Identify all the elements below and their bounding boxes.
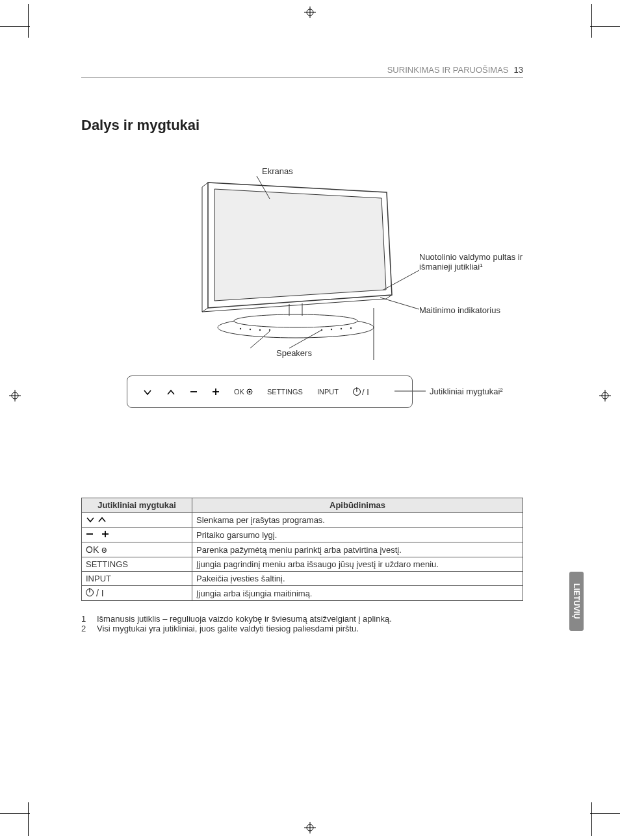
- svg-line-17: [202, 299, 386, 312]
- svg-line-32: [383, 270, 419, 290]
- svg-line-33: [380, 298, 419, 309]
- ok-button-label: OK: [234, 388, 253, 396]
- power-icon: [86, 589, 94, 596]
- svg-point-28: [331, 329, 332, 330]
- touch-button-bar: OK SETTINGS INPUT / I: [127, 375, 413, 408]
- label-speakers: Speakers: [276, 348, 312, 358]
- chevron-down-icon: [86, 516, 95, 523]
- cell-desc: Įjungia arba išjungia maitinimą.: [192, 586, 523, 601]
- input-button-label: INPUT: [317, 388, 339, 396]
- table-row: OK ꙩ Parenka pažymėtą meniu parinktį arb…: [82, 542, 523, 557]
- cell-key: / I: [82, 586, 192, 601]
- crop-mark: [0, 813, 30, 814]
- crop-mark: [591, 802, 602, 836]
- svg-point-26: [269, 329, 270, 331]
- registration-mark-icon: [599, 390, 611, 401]
- chevron-up-icon: [97, 516, 107, 523]
- svg-marker-13: [214, 189, 386, 301]
- cell-desc: Parenka pažymėtą meniu parinktį arba pat…: [192, 542, 523, 557]
- section-title: SURINKIMAS IR PARUOŠIMAS: [387, 65, 509, 75]
- crop-mark: [18, 4, 29, 38]
- crop-mark: [591, 4, 602, 38]
- svg-point-23: [240, 328, 241, 329]
- table-row: INPUT Pakeičia įvesties šaltinį.: [82, 572, 523, 586]
- label-screen: Ekranas: [262, 166, 293, 176]
- label-remote-sensor: Nuotolinio valdymo pultas ir išmanieji j…: [419, 252, 523, 272]
- table-row: Slenkama per įrašytas programas.: [82, 513, 523, 528]
- cell-desc: Pakeičia įvesties šaltinį.: [192, 572, 523, 586]
- crop-mark: [0, 26, 30, 27]
- table-row: SETTINGS Įjungia pagrindinį meniu arba i…: [82, 557, 523, 572]
- svg-point-30: [350, 327, 352, 329]
- crop-mark: [590, 26, 620, 27]
- registration-mark-icon: [9, 390, 21, 401]
- footnote-text: Visi mygtukai yra jutikliniai, juos gali…: [97, 624, 359, 633]
- target-icon: [246, 388, 253, 395]
- footnotes: 1Išmanusis jutiklis – reguliuoja vaizdo …: [81, 614, 523, 633]
- plus-icon: [212, 387, 220, 398]
- cell-key: SETTINGS: [82, 557, 192, 572]
- tv-diagram: Ekranas Nuotolinio valdymo pultas ir išm…: [81, 160, 523, 426]
- cell-desc: Įjungia pagrindinį meniu arba išsaugo jū…: [192, 557, 523, 572]
- page-header: SURINKIMAS IR PARUOŠIMAS 13: [81, 65, 523, 78]
- page-number: 13: [514, 65, 523, 75]
- svg-point-43: [248, 391, 250, 393]
- svg-point-24: [250, 329, 251, 330]
- svg-point-25: [259, 329, 261, 331]
- crop-mark: [590, 813, 620, 814]
- footnote-text: Išmanusis jutiklis – reguliuoja vaizdo k…: [97, 614, 392, 624]
- power-button-label: / I: [353, 387, 369, 397]
- svg-line-14: [202, 183, 208, 187]
- cell-key: INPUT: [82, 572, 192, 586]
- table-row: Pritaiko garsumo lygį.: [82, 528, 523, 542]
- ok-text: OK: [234, 388, 244, 396]
- cell-key: OK ꙩ: [82, 542, 192, 557]
- plus-icon: [101, 530, 109, 538]
- chevron-down-icon: [143, 387, 152, 398]
- table-row: / I Įjungia arba išjungia maitinimą.: [82, 586, 523, 601]
- cell-key: [82, 513, 192, 528]
- language-tab: LIETUVIŲ: [569, 572, 584, 631]
- buttons-table: Jutikliniai mygtukai Apibūdinimas Slenka…: [81, 498, 523, 601]
- table-header-buttons: Jutikliniai mygtukai: [82, 498, 192, 513]
- settings-button-label: SETTINGS: [267, 388, 303, 396]
- footnote-number: 2: [81, 624, 97, 633]
- power-icon: [353, 388, 361, 396]
- table-header-description: Apibūdinimas: [192, 498, 523, 513]
- registration-mark-icon: [304, 6, 316, 18]
- minus-icon: [86, 530, 94, 538]
- cell-desc: Slenkama per įrašytas programas.: [192, 513, 523, 528]
- svg-point-20: [234, 314, 357, 327]
- chevron-up-icon: [166, 387, 175, 398]
- label-touch-buttons: Jutikliniai mygtukai²: [430, 387, 503, 396]
- label-power-indicator: Maitinimo indikatorius: [419, 305, 500, 315]
- registration-mark-icon: [304, 822, 316, 834]
- cell-desc: Pritaiko garsumo lygį.: [192, 528, 523, 542]
- minus-icon: [190, 387, 198, 398]
- cell-key: [82, 528, 192, 542]
- footnote-number: 1: [81, 614, 97, 624]
- svg-point-29: [341, 328, 342, 329]
- crop-mark: [18, 802, 29, 836]
- page-title: Dalys ir mygtukai: [81, 117, 523, 134]
